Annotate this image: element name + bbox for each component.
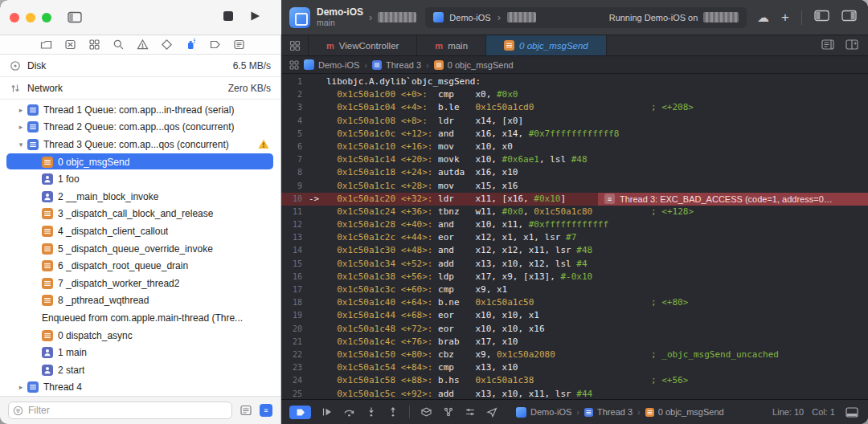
tab[interactable]: mViewController — [309, 35, 417, 55]
stack-frame-row[interactable]: 5 _dispatch_queue_override_invoke — [0, 240, 280, 258]
code-line[interactable]: 7 0x1c50a1c14 <+20>: movk x10, #0x6ae1, … — [281, 153, 868, 166]
related-items-icon[interactable] — [289, 60, 299, 70]
line-number[interactable]: 22 — [281, 349, 309, 361]
stack-frame-row[interactable]: 2 start — [0, 361, 280, 379]
line-number[interactable]: 14 — [281, 244, 309, 257]
view-options-icon[interactable] — [240, 404, 252, 417]
thread-row[interactable]: ▾Thread 3 Queue: com.ap...qos (concurren… — [0, 136, 280, 153]
code-line-crashed[interactable]: 10-> 0x1c50a1c20 <+32>: ldr x11, [x16, #… — [281, 193, 868, 206]
code-line[interactable]: 12 0x1c50a1c28 <+40>: and x10, x11, #0xf… — [281, 218, 868, 231]
minimize-window-button[interactable] — [26, 13, 35, 22]
editor-options-icon[interactable] — [821, 39, 834, 53]
code-line[interactable]: 18 0x1c50a1c40 <+64>: b.ne 0x1c50a1c50 ;… — [281, 296, 868, 309]
breadcrumb-item[interactable]: Thread 3 — [372, 60, 421, 70]
disclosure-collapsed-icon[interactable]: ▸ — [14, 106, 27, 114]
code-line[interactable]: 1libobjc.A.dylib`objc_msgSend: — [281, 75, 868, 88]
breadcrumb-item[interactable]: Demo-iOS — [304, 59, 359, 70]
debug-navigator-icon[interactable] — [185, 39, 197, 51]
line-number[interactable]: 17 — [281, 283, 309, 296]
stack-frame-row[interactable]: 2 __main_block_invoke — [0, 188, 280, 206]
line-number[interactable]: 23 — [281, 361, 309, 374]
code-line[interactable]: 13 0x1c50a1c2c <+44>: eor x12, x1, x1, l… — [281, 231, 868, 244]
line-number[interactable]: 16 — [281, 271, 309, 283]
stack-frame-row[interactable]: 4 _dispatch_client_callout — [0, 222, 280, 240]
step-into-button[interactable] — [366, 406, 377, 418]
code-line[interactable]: 22 0x1c50a1c50 <+80>: cbz x9, 0x1c50a208… — [281, 349, 868, 361]
breadcrumb-item[interactable]: 0 objc_msgSend — [645, 407, 724, 417]
line-number[interactable]: 4 — [281, 115, 309, 128]
thread-row[interactable]: ▸Thread 2 Queue: com.app...qos (concurre… — [0, 119, 280, 137]
line-number[interactable]: 13 — [281, 231, 309, 244]
environment-overrides-icon[interactable] — [465, 406, 476, 418]
code-line[interactable]: 16 0x1c50a1c38 <+56>: ldp x17, x9, [x13]… — [281, 271, 868, 283]
stack-frame-row[interactable]: 1 main — [0, 344, 280, 361]
report-navigator-icon[interactable] — [233, 39, 245, 51]
stack-frame-row[interactable]: 6 _dispatch_root_queue_drain — [0, 257, 280, 275]
crash-annotation[interactable]: ≡Thread 3: EXC_BAD_ACCESS (code=1, addre… — [598, 193, 868, 206]
line-number[interactable]: 21 — [281, 336, 309, 349]
view-debugger-icon[interactable] — [420, 406, 432, 418]
line-number[interactable]: 6 — [281, 141, 309, 153]
code-line[interactable]: 24 0x1c50a1c58 <+88>: b.hs 0x1c50a1c38 ;… — [281, 374, 868, 387]
line-number[interactable]: 19 — [281, 309, 309, 322]
line-number[interactable]: 15 — [281, 258, 309, 271]
line-number[interactable]: 11 — [281, 206, 309, 218]
line-number[interactable]: 10 — [281, 193, 309, 206]
debug-gauge-disk[interactable]: Disk 6.5 MB/s — [0, 55, 280, 77]
add-editor-icon[interactable] — [845, 39, 858, 53]
continue-button[interactable] — [321, 406, 333, 418]
code-line[interactable]: 9 0x1c50a1c1c <+28>: mov x15, x16 — [281, 180, 868, 193]
line-number[interactable]: 5 — [281, 128, 309, 141]
simulate-location-icon[interactable] — [486, 406, 497, 418]
test-navigator-icon[interactable] — [161, 39, 173, 51]
code-line[interactable]: 11 0x1c50a1c24 <+36>: tbnz w11, #0x0, 0x… — [281, 206, 868, 218]
code-area[interactable]: 1libobjc.A.dylib`objc_msgSend:2 0x1c50a1… — [281, 74, 868, 399]
scheme-selector[interactable]: Demo-iOS main — [317, 7, 363, 27]
filter-input[interactable] — [9, 404, 231, 417]
stack-frame-row[interactable]: 0 dispatch_async — [0, 327, 280, 344]
breadcrumb-item[interactable]: Demo-iOS — [516, 407, 571, 418]
activity-view[interactable]: Demo-iOS › Running Demo-iOS on — [424, 6, 747, 29]
line-number[interactable]: 3 — [281, 101, 309, 114]
disclosure-collapsed-icon[interactable]: ▸ — [14, 123, 27, 131]
code-line[interactable]: 15 0x1c50a1c34 <+52>: add x13, x10, x12,… — [281, 258, 868, 271]
debug-gauge-network[interactable]: Network Zero KB/s — [0, 77, 280, 100]
run-button[interactable] — [250, 10, 260, 25]
filter-field[interactable] — [8, 402, 232, 419]
code-line[interactable]: 8 0x1c50a1c18 <+24>: autda x16, x10 — [281, 166, 868, 179]
thread-row[interactable]: ▸Thread 1 Queue: com.app...in-thread (se… — [0, 101, 280, 119]
disclosure-expanded-icon[interactable]: ▾ — [14, 141, 27, 149]
code-line[interactable]: 23 0x1c50a1c54 <+84>: cmp x13, x10 — [281, 361, 868, 374]
stack-frame-row[interactable]: 0 objc_msgSend — [0, 153, 280, 171]
code-line[interactable]: 20 0x1c50a1c48 <+72>: eor x10, x10, x16 — [281, 323, 868, 336]
breadcrumb-item[interactable]: Thread 3 — [584, 407, 633, 417]
breadcrumb-item[interactable]: 0 objc_msgSend — [434, 60, 514, 70]
destination-redacted[interactable] — [378, 12, 416, 22]
breakpoint-navigator-icon[interactable] — [209, 39, 221, 51]
code-line[interactable]: 14 0x1c50a1c30 <+48>: and x12, x12, x11,… — [281, 244, 868, 257]
line-number[interactable]: 7 — [281, 153, 309, 166]
step-out-button[interactable] — [387, 406, 399, 418]
code-line[interactable]: 17 0x1c50a1c3c <+60>: cmp x9, x1 — [281, 283, 868, 296]
line-number[interactable]: 8 — [281, 166, 309, 179]
stack-frame-row[interactable]: 3 _dispatch_call_block_and_release — [0, 206, 280, 223]
stack-frame-row[interactable]: 1 foo — [0, 170, 280, 188]
step-over-button[interactable] — [343, 406, 355, 418]
symbol-navigator-icon[interactable] — [88, 39, 100, 51]
source-control-navigator-icon[interactable] — [64, 39, 76, 51]
thread-row[interactable]: ▸Thread 4 — [0, 379, 280, 397]
filter-badge-icon[interactable]: ≡ — [260, 404, 272, 417]
code-line[interactable]: 25 0x1c50a1c5c <+92>: add x13, x10, x11,… — [281, 388, 868, 400]
line-number[interactable]: 20 — [281, 323, 309, 336]
code-line[interactable]: 2 0x1c50a1c00 <+0>: cmp x0, #0x0 — [281, 88, 868, 101]
zoom-window-button[interactable] — [42, 13, 51, 22]
breakpoints-toggle-button[interactable] — [289, 406, 311, 419]
hide-navigator-panel-icon[interactable] — [814, 10, 829, 25]
line-number[interactable]: 25 — [281, 388, 309, 400]
line-number[interactable]: 12 — [281, 218, 309, 231]
line-number[interactable]: 24 — [281, 374, 309, 387]
code-line[interactable]: 3 0x1c50a1c04 <+4>: b.le 0x1c50a1cd0 ; <… — [281, 101, 868, 114]
project-navigator-icon[interactable] — [40, 39, 52, 51]
stack-frame-row[interactable]: 7 _dispatch_worker_thread2 — [0, 275, 280, 292]
find-navigator-icon[interactable] — [113, 39, 125, 51]
